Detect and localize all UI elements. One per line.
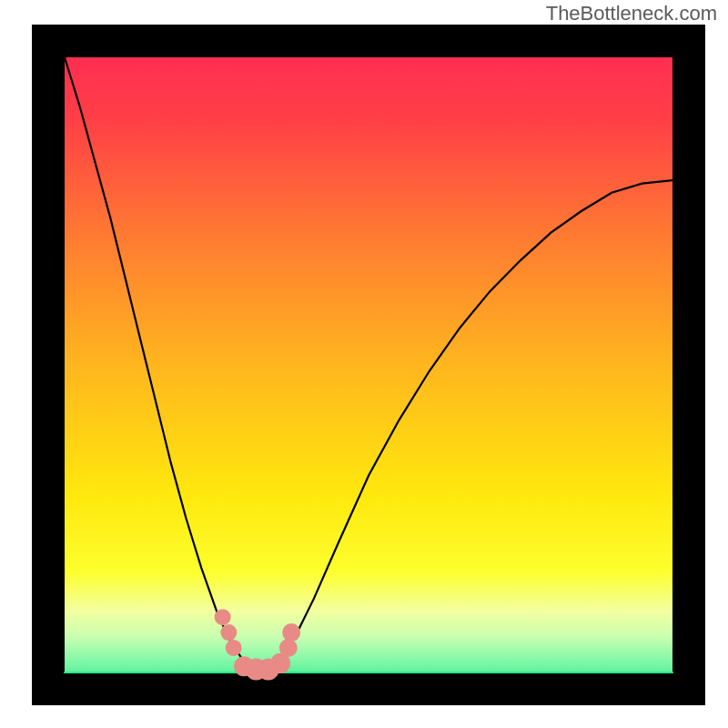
marker-dot [215,609,231,625]
marker-dot [282,623,300,642]
watermark-text: TheBottleneck.com [546,2,717,25]
chart-container: TheBottleneck.com [0,0,728,728]
plot-frame [48,41,689,689]
marker-dot [226,640,242,656]
chart-svg [0,0,728,728]
marker-dot [279,639,298,657]
marker-dot [220,624,237,641]
